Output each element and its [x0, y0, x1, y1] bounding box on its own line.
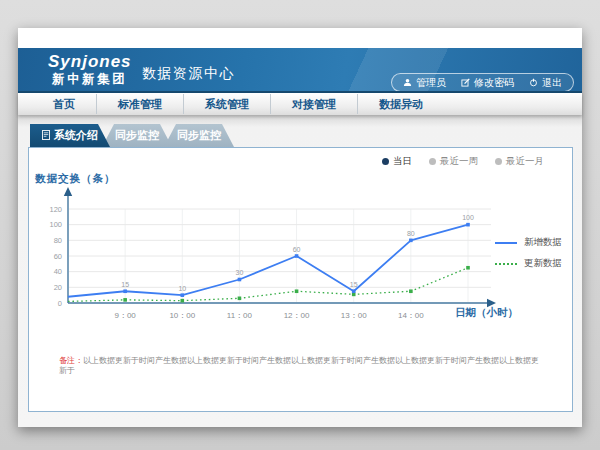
data-point	[238, 297, 242, 301]
logout-button[interactable]: 退出	[529, 76, 562, 90]
main-nav: 首页 标准管理 系统管理 对接管理 数据异动	[18, 93, 582, 115]
y-tick-label: 0	[58, 299, 62, 308]
nav-item-interface-mgmt[interactable]: 对接管理	[270, 94, 357, 114]
legend-label: 更新数据	[524, 257, 562, 270]
data-point	[238, 278, 242, 282]
footnote-label: 备注：	[59, 356, 83, 365]
tab-sync-monitor-1[interactable]: 同步监控	[102, 124, 172, 147]
power-icon	[529, 78, 538, 87]
data-point	[295, 254, 299, 258]
edit-icon	[461, 78, 470, 87]
change-password-label: 修改密码	[474, 76, 514, 90]
legend-item-update-data[interactable]: 更新数据	[495, 253, 562, 274]
data-point	[466, 223, 470, 227]
tab-label: 同步监控	[177, 128, 221, 143]
data-point-label: 30	[236, 269, 244, 276]
data-point	[295, 289, 299, 293]
user-menu: 管理员 修改密码 退出	[391, 73, 574, 92]
y-tick-label: 80	[54, 236, 62, 245]
y-tick-label: 20	[54, 283, 62, 292]
dotted-line-swatch-icon	[495, 263, 517, 265]
y-tick-label: 120	[49, 205, 62, 214]
data-point-label: 60	[293, 246, 301, 253]
x-tick-label: 12：00	[284, 311, 310, 320]
brand-name: Synjones	[48, 53, 132, 72]
data-point	[180, 293, 184, 297]
tab-label: 同步监控	[115, 128, 159, 143]
nav-item-home[interactable]: 首页	[32, 94, 96, 114]
footnote-text: 以上数据更新于时间产生数据以上数据更新于时间产生数据以上数据更新于时间产生数据以…	[59, 356, 539, 375]
solid-line-swatch-icon	[495, 242, 517, 244]
y-tick-label: 60	[54, 252, 62, 261]
footnote: 备注：以上数据更新于时间产生数据以上数据更新于时间产生数据以上数据更新于时间产生…	[59, 356, 541, 377]
data-point-label: 10	[178, 285, 186, 292]
document-icon	[42, 130, 50, 142]
tab-system-intro[interactable]: 系统介绍	[30, 124, 110, 147]
app-title: 数据资源中心	[142, 65, 235, 83]
chart-panel: 当日 最近一周 最近一月 数据交换（条） 0204060801001209：00…	[28, 147, 573, 412]
data-point	[409, 289, 413, 293]
y-tick-label: 100	[49, 220, 62, 229]
user-label: 管理员	[416, 76, 446, 90]
nav-item-system-mgmt[interactable]: 系统管理	[183, 94, 270, 114]
app-header: Synjones 新中新集团 数据资源中心 管理员 修改密码 退出	[18, 48, 582, 93]
tab-label: 系统介绍	[54, 128, 98, 143]
x-tick-label: 13：00	[341, 311, 367, 320]
x-axis-title: 日期（小时）	[455, 306, 518, 320]
data-point	[352, 289, 356, 293]
user-icon	[403, 78, 412, 87]
browser-page: Synjones 新中新集团 数据资源中心 管理员 修改密码 退出 首页 标准管…	[18, 28, 582, 427]
x-tick-label: 11：00	[227, 311, 253, 320]
data-point	[466, 266, 470, 270]
data-point-label: 100	[462, 214, 474, 221]
tab-sync-monitor-2[interactable]: 同步监控	[164, 124, 234, 147]
y-axis-arrow-icon	[64, 187, 72, 196]
data-point-label: 80	[407, 230, 415, 237]
chart-legend: 新增数据 更新数据	[495, 232, 562, 274]
data-point	[123, 298, 127, 302]
legend-label: 新增数据	[524, 236, 562, 249]
nav-item-data-change[interactable]: 数据异动	[357, 94, 444, 114]
company-name: 新中新集团	[48, 73, 132, 87]
nav-item-standard-mgmt[interactable]: 标准管理	[96, 94, 183, 114]
tab-bar: 系统介绍 同步监控 同步监控	[30, 124, 234, 147]
data-point	[180, 299, 184, 303]
data-point	[123, 289, 127, 293]
x-tick-label: 10：00	[169, 311, 195, 320]
user-button[interactable]: 管理员	[403, 76, 446, 90]
data-point	[409, 239, 413, 243]
data-point-label: 15	[121, 281, 129, 288]
y-tick-label: 40	[54, 267, 62, 276]
data-point	[352, 293, 356, 297]
logo: Synjones 新中新集团	[48, 53, 132, 86]
x-tick-label: 14：00	[398, 311, 424, 320]
legend-item-new-data[interactable]: 新增数据	[495, 232, 562, 253]
x-tick-label: 9：00	[114, 311, 136, 320]
data-point-label: 15	[350, 281, 358, 288]
change-password-button[interactable]: 修改密码	[461, 76, 514, 90]
logout-label: 退出	[542, 76, 562, 90]
